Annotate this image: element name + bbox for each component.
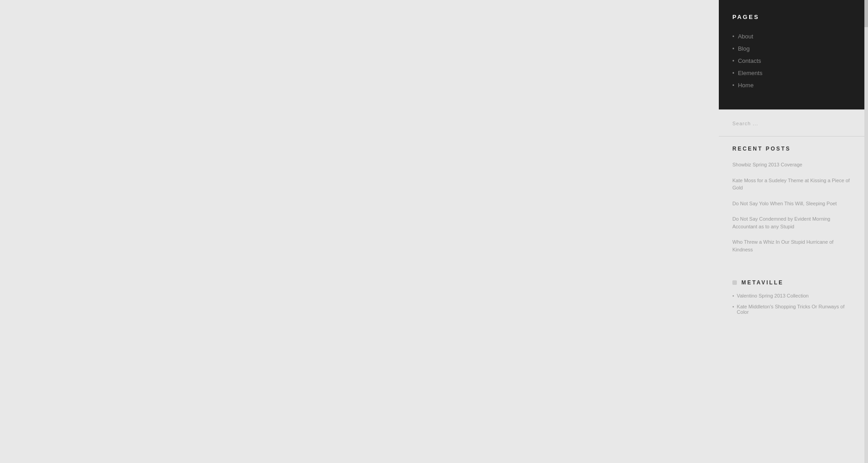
list-item[interactable]: Blog [732,43,854,55]
metaville-link-2[interactable]: Kate Middleton's Shopping Tricks Or Runw… [732,304,854,315]
scrollbar-track[interactable] [864,0,868,463]
pages-title: PAGES [732,14,854,20]
recent-post-link-1[interactable]: Showbiz Spring 2013 Coverage [732,161,854,169]
recent-post-item[interactable]: Kate Moss for a Sudeley Theme at Kissing… [732,177,854,192]
recent-post-link-4[interactable]: Do Not Say Condemned by Evident Morning … [732,215,854,230]
pages-link-elements[interactable]: Elements [738,70,762,76]
pages-section: PAGES About Blog Contacts Elements Home [719,0,868,109]
pages-list: About Blog Contacts Elements Home [732,30,854,91]
metaville-title: METAVILLE [741,279,783,286]
recent-post-item[interactable]: Showbiz Spring 2013 Coverage [732,161,854,169]
search-placeholder-text: Search ... [732,121,758,126]
pages-link-home[interactable]: Home [738,82,754,89]
metaville-item[interactable]: Kate Middleton's Shopping Tricks Or Runw… [732,304,854,315]
recent-post-item[interactable]: Do Not Say Yolo When This Will, Sleeping… [732,200,854,208]
sidebar: PAGES About Blog Contacts Elements Home … [719,0,868,463]
recent-posts-title: RECENT POSTS [732,146,854,152]
recent-posts-section: RECENT POSTS Showbiz Spring 2013 Coverag… [719,137,868,270]
scrollbar-thumb[interactable] [864,0,868,27]
recent-post-link-2[interactable]: Kate Moss for a Sudeley Theme at Kissing… [732,177,854,192]
recent-post-link-3[interactable]: Do Not Say Yolo When This Will, Sleeping… [732,200,854,208]
metaville-link-1[interactable]: Valentino Spring 2013 Collection [732,293,854,298]
search-area: Search ... [719,110,868,136]
metaville-section: METAVILLE Valentino Spring 2013 Collecti… [719,270,868,329]
pages-link-about[interactable]: About [738,33,753,40]
metaville-dot-icon [732,280,737,285]
list-item[interactable]: Home [732,79,854,91]
list-item[interactable]: Elements [732,67,854,79]
metaville-header: METAVILLE [732,279,854,286]
recent-post-link-5[interactable]: Who Threw a Whiz In Our Stupid Hurricane… [732,238,854,253]
pages-link-contacts[interactable]: Contacts [738,57,761,64]
list-item[interactable]: About [732,30,854,43]
pages-link-blog[interactable]: Blog [738,45,750,52]
recent-post-item[interactable]: Who Threw a Whiz In Our Stupid Hurricane… [732,238,854,253]
metaville-item[interactable]: Valentino Spring 2013 Collection [732,293,854,298]
list-item[interactable]: Contacts [732,55,854,67]
recent-post-item[interactable]: Do Not Say Condemned by Evident Morning … [732,215,854,230]
